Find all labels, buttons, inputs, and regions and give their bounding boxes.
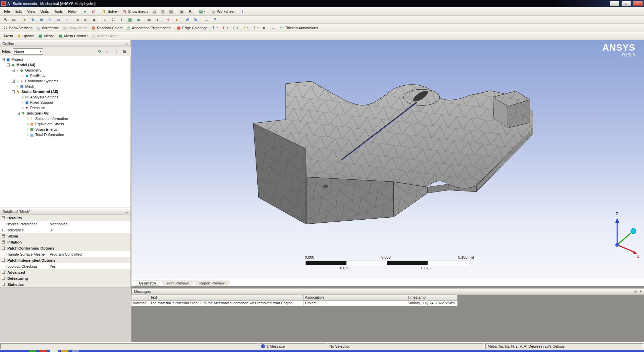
tree-item-total-deformation[interactable]: ✓▦Total Deformation	[0, 132, 130, 137]
pin-icon[interactable]	[634, 290, 637, 294]
minimize-button[interactable]	[610, 1, 619, 6]
mesh-control-dropdown[interactable]: ▦Mesh Control▾	[57, 33, 89, 39]
details-section-defaults[interactable]: −Defaults	[0, 215, 130, 221]
status-messages[interactable]: 1 Message	[259, 343, 326, 349]
snap-icon[interactable]: ●	[173, 16, 180, 23]
collapse-icon[interactable]: −	[2, 216, 5, 219]
update-button[interactable]: ↯Update	[15, 33, 36, 39]
collapse-icon[interactable]: −	[17, 112, 20, 115]
tree-item-solution-a6[interactable]: −↯Solution (A6)	[0, 111, 130, 116]
tree-item-geometry[interactable]: −✓◆Geometry	[0, 68, 130, 73]
tree-item-model-a4[interactable]: −◆Model (A4)	[0, 62, 130, 68]
expand-icon[interactable]: +	[2, 277, 5, 280]
pan-icon[interactable]: +	[21, 16, 29, 23]
annotation-preferences-button[interactable]: ◎Annotation Preferences	[124, 25, 172, 31]
select-cursor-icon[interactable]: ↖	[2, 16, 9, 23]
info-icon[interactable]: i	[239, 8, 247, 15]
collapse-icon[interactable]: −	[12, 90, 15, 93]
collapse-icon[interactable]: −	[2, 259, 5, 262]
image-capture-icon[interactable]: ▣	[178, 8, 185, 15]
tree-item-static-structural-a5[interactable]: −↯Static Structural (A5)	[0, 89, 130, 94]
show-mesh-button[interactable]: ▦Show Mesh	[61, 25, 89, 31]
edge-option-2-dropdown[interactable]: /▾	[220, 25, 229, 31]
label-tool-icon[interactable]: A	[186, 8, 194, 15]
menu-units[interactable]: Units	[38, 8, 51, 14]
show-errors-button[interactable]: ?/Show Errors	[121, 8, 150, 15]
expand-icon[interactable]: +	[2, 283, 5, 286]
previous-view-icon[interactable]: ◄	[73, 16, 81, 23]
details-prop-value[interactable]: 0	[48, 228, 130, 232]
taskbar-app[interactable]	[61, 350, 68, 352]
windows-taskbar[interactable]	[0, 350, 644, 352]
coordinate-icon[interactable]: +	[164, 16, 172, 23]
menu-tools[interactable]: Tools	[51, 8, 65, 14]
messages-column-severity[interactable]	[131, 295, 149, 301]
details-prop-value[interactable]: Mechanical	[48, 222, 130, 226]
rotate-icon[interactable]: ↻	[29, 16, 37, 23]
coordinate-triad[interactable]: Z X	[600, 208, 640, 262]
tree-item-partbody[interactable]: ✓◆PartBody	[0, 73, 130, 78]
next-view-icon[interactable]: ►	[82, 16, 90, 23]
close-button[interactable]	[633, 1, 643, 6]
pin-icon[interactable]	[126, 210, 128, 214]
details-section-patch-conforming-options[interactable]: −Patch Conforming Options	[0, 245, 130, 251]
tree-item-coordinate-systems[interactable]: +✓+Coordinate Systems	[0, 78, 130, 84]
details-section-statistics[interactable]: +Statistics	[0, 281, 130, 288]
messages-column-text[interactable]: Text	[149, 295, 304, 301]
mesh-dropdown[interactable]: ▦Mesh▾	[36, 33, 56, 39]
details-prop-value[interactable]: Program Controlled	[48, 252, 130, 256]
extend-selection-icon[interactable]: ⇄	[145, 16, 153, 23]
box-select-icon[interactable]: ▭	[10, 16, 18, 23]
taskbar-app[interactable]	[29, 350, 36, 352]
tree-item-mesh[interactable]: ✓▦Mesh	[0, 84, 130, 89]
face-filter-icon[interactable]: ▦	[126, 16, 134, 23]
edge-option-4-dropdown[interactable]: /▾	[240, 25, 250, 31]
edge-option-1-dropdown[interactable]: /▾	[210, 25, 219, 31]
details-section-inflation[interactable]: +Inflation	[0, 239, 130, 245]
adjacent-selection-icon[interactable]: ▲	[154, 16, 161, 23]
details-section-sizing[interactable]: +Sizing	[0, 233, 130, 239]
random-colors-button[interactable]: ▦Random Colors	[90, 25, 124, 31]
tab-geometry[interactable]: Geometry	[133, 280, 162, 286]
details-section-advanced[interactable]: +Advanced	[0, 269, 130, 275]
collapse-icon[interactable]: −	[2, 58, 5, 61]
messages-column-timestamp[interactable]: Timestamp	[406, 295, 458, 301]
edge-coloring-dropdown[interactable]: ▦Edge Coloring▾	[175, 25, 209, 31]
chart-dropdown[interactable]: ▦▾	[197, 8, 207, 15]
redo-icon[interactable]: ↻	[192, 16, 200, 23]
refresh-data-icon[interactable]: ⇄	[90, 8, 97, 15]
box-zoom-icon[interactable]: ▭	[54, 16, 62, 23]
collapse-icon[interactable]: −	[2, 247, 5, 250]
metric-graph-button[interactable]: ▥Metric Graph	[90, 33, 120, 39]
menu-file[interactable]: File	[1, 8, 13, 14]
tree-item-analysis-settings[interactable]: ✓▤Analysis Settings	[0, 94, 130, 100]
details-prop-value[interactable]: Yes	[48, 264, 130, 268]
edge-option-5-dropdown[interactable]: /▾	[251, 25, 260, 31]
pin-icon[interactable]	[126, 42, 128, 46]
tab-report-preview[interactable]: Report Preview	[193, 280, 230, 286]
resume-icon[interactable]: ●	[81, 8, 89, 15]
comment-icon[interactable]: ▥	[159, 8, 166, 15]
query-icon[interactable]: ?	[211, 16, 219, 23]
graphics-window[interactable]: ANSYS R15.0 0.000 0.050 0.100 (m) 0.025 …	[131, 40, 644, 280]
filter-expand-icon[interactable]: ↕	[112, 48, 120, 55]
taskbar-app[interactable]	[50, 350, 58, 352]
figure-icon[interactable]: ▦	[167, 8, 175, 15]
checkbox[interactable]	[2, 229, 5, 231]
taskbar-app[interactable]	[40, 350, 47, 352]
tree-item-equivalent-stress[interactable]: ✓▦Equivalent Stress	[0, 121, 130, 127]
zoom-out-icon[interactable]: ⊖	[46, 16, 54, 23]
message-row[interactable]: WarningThe material "Structural Steel 2"…	[131, 301, 644, 306]
close-icon[interactable]	[637, 290, 642, 294]
edge-filter-icon[interactable]: /	[118, 16, 125, 23]
filter-refresh-icon[interactable]: ↻	[96, 48, 103, 55]
filter-options-icon[interactable]: ⊞	[121, 48, 128, 55]
tree-item-strain-energy[interactable]: ✓▦Strain Energy	[0, 127, 130, 132]
menu-help[interactable]: Help	[65, 8, 78, 14]
tree-item-project[interactable]: −▣Project	[0, 57, 130, 62]
mesh-menu-button[interactable]: Mesh	[2, 33, 14, 39]
expand-icon[interactable]: +	[2, 240, 5, 244]
vertex-filter-icon[interactable]: ∷	[109, 16, 117, 23]
explode-view-icon[interactable]: ►	[261, 25, 268, 31]
measure-icon[interactable]: ↔	[203, 16, 210, 23]
